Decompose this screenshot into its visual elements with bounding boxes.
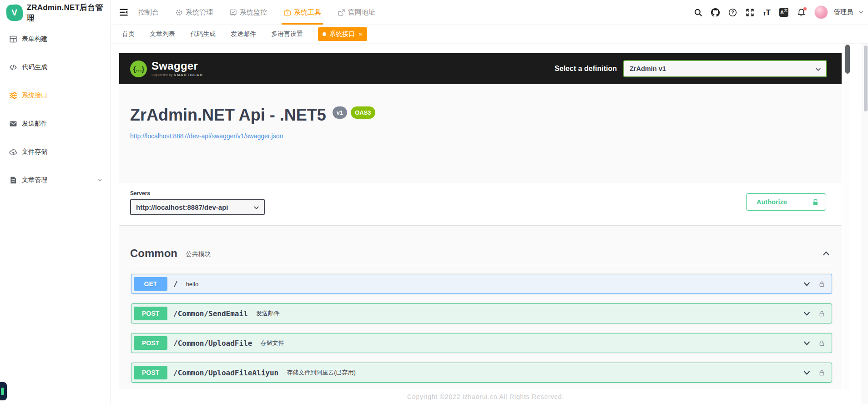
method-badge: GET: [134, 277, 167, 291]
swagger-scrollbar[interactable]: [844, 43, 850, 404]
help-icon[interactable]: ?: [728, 8, 737, 17]
select-definition-label: Select a definition: [555, 65, 617, 73]
tab-home[interactable]: 首页: [122, 30, 135, 38]
chevron-down-icon[interactable]: [802, 369, 811, 377]
sidebar-item-send-email[interactable]: 发送邮件: [0, 110, 110, 138]
tab-i18n[interactable]: 多语言设置: [271, 30, 303, 38]
chevron-up-icon[interactable]: [822, 249, 831, 258]
servers-label: Servers: [130, 190, 831, 197]
app-header: 控制台 系统管理 系统监控 系统工具: [111, 0, 868, 25]
monitor-icon: [229, 9, 237, 16]
tags-view-bar: 首页 文章列表 代码生成 发送邮件 多语言设置 系统接口 ×: [111, 25, 868, 43]
nav-item-system-monitor[interactable]: 系统监控: [229, 0, 267, 25]
top-navigation: 控制台 系统管理 系统监控 系统工具: [138, 0, 392, 25]
lock-icon[interactable]: [818, 310, 825, 317]
nav-item-console[interactable]: 控制台: [138, 0, 159, 25]
operation-row-send-email[interactable]: POST /Common/SendEmail 发送邮件: [131, 303, 832, 323]
app-title: ZRAdmin.NET后台管理: [27, 2, 110, 23]
operation-row-upload-file-aliyun[interactable]: POST /Common/UploadFileAliyun 存储文件到阿里云(已…: [131, 363, 832, 383]
sidebar-item-file-storage[interactable]: 文件存储: [0, 138, 110, 166]
form-grid-icon: [9, 35, 17, 43]
language-icon[interactable]: A文: [779, 8, 788, 17]
active-dot: [323, 32, 326, 36]
tab-code-gen[interactable]: 代码生成: [190, 30, 216, 38]
definition-select-value: ZrAdmin v1: [630, 65, 666, 72]
notifications-bell-icon[interactable]: [797, 8, 806, 17]
sidebar-item-label: 文件存储: [22, 148, 47, 156]
lock-icon[interactable]: [818, 369, 825, 376]
swagger-brand-text: Swagger Supported by SMARTBEAR: [151, 61, 203, 77]
page-scrollbar[interactable]: [863, 43, 868, 404]
app-logo: V: [6, 4, 23, 21]
swagger-brand-subtitle: Supported by SMARTBEAR: [151, 73, 203, 77]
document-icon: [9, 176, 17, 184]
sidebar-item-system-api[interactable]: 系统接口: [0, 81, 110, 110]
swagger-brand[interactable]: {…} Swagger Supported by SMARTBEAR: [130, 61, 203, 77]
sidebar-item-article-manage[interactable]: 文章管理: [0, 166, 110, 194]
svg-text:?: ?: [731, 10, 734, 15]
chevron-down-icon[interactable]: [802, 339, 811, 348]
definition-selector: Select a definition ZrAdmin v1: [555, 60, 827, 77]
scheme-container: Servers http://localhost:8887/dev-api Au…: [119, 183, 842, 225]
operation-summary: hello: [186, 281, 198, 288]
nav-item-label: 系统工具: [294, 8, 321, 17]
sidebar-item-code-gen[interactable]: 代码生成: [0, 53, 110, 81]
server-select[interactable]: http://localhost:8887/dev-api: [130, 199, 265, 215]
username[interactable]: 管理员: [834, 8, 853, 16]
server-select-value: http://localhost:8887/dev-api: [136, 203, 228, 211]
sidebar-item-label: 代码生成: [22, 63, 47, 71]
spec-url-link[interactable]: http://localhost:8887/dev-api/swagger/v1…: [130, 132, 283, 140]
tab-system-api-active[interactable]: 系统接口 ×: [318, 27, 367, 41]
code-icon: [9, 63, 17, 71]
cloud-upload-icon: [9, 148, 17, 156]
section-common-header[interactable]: Common 公共模块: [130, 242, 832, 265]
swagger-brand-name: Swagger: [151, 61, 203, 71]
authorize-label: Authorize: [757, 198, 787, 206]
nav-item-system-tools[interactable]: 系统工具: [283, 0, 321, 25]
chevron-down-icon[interactable]: [802, 280, 811, 288]
envelope-icon: [9, 120, 17, 128]
swagger-body: ZrAdmin.NET Api - .NET5 v1 OAS3 http://l…: [119, 84, 842, 389]
github-icon[interactable]: [711, 8, 720, 17]
sidebar-item-form-build[interactable]: 表单构建: [0, 25, 110, 53]
scrollbar-thumb[interactable]: [864, 45, 868, 111]
sidebar-item-label: 文章管理: [22, 176, 47, 184]
tab-send-email[interactable]: 发送邮件: [231, 30, 256, 38]
sidebar-item-label: 发送邮件: [22, 120, 47, 128]
close-tab-icon[interactable]: ×: [358, 30, 363, 37]
chevron-down-icon: [96, 177, 103, 183]
nav-item-website[interactable]: 官网地址: [338, 0, 375, 25]
operation-row-upload-file[interactable]: POST /Common/UploadFile 存储文件: [131, 333, 832, 353]
lock-icon[interactable]: [818, 340, 825, 347]
font-size-icon[interactable]: TT: [763, 9, 771, 16]
section-subtitle: 公共模块: [186, 250, 211, 258]
smartbear-label: SMARTBEAR: [174, 73, 203, 77]
operation-row-get-hello[interactable]: GET / hello: [131, 274, 832, 294]
app-logo-row[interactable]: V ZRAdmin.NET后台管理: [0, 0, 110, 25]
nav-item-system-manage[interactable]: 系统管理: [175, 0, 213, 25]
devtools-toggle-widget[interactable]: [0, 382, 7, 400]
tab-article-list[interactable]: 文章列表: [150, 30, 175, 38]
section-title: Common: [130, 247, 177, 260]
chevron-down-icon: [815, 66, 822, 73]
fullscreen-icon[interactable]: [746, 8, 754, 17]
chevron-down-icon[interactable]: [858, 9, 864, 15]
definition-select[interactable]: ZrAdmin v1: [623, 60, 827, 77]
unlock-icon: [812, 198, 819, 206]
method-badge: POST: [134, 336, 167, 350]
nav-item-label: 系统管理: [186, 8, 213, 17]
version-badge: v1: [333, 106, 347, 119]
operation-path: /Common/UploadFile: [173, 339, 252, 348]
avatar[interactable]: [814, 5, 828, 19]
briefcase-icon: [283, 9, 291, 16]
collapse-sidebar-icon[interactable]: [119, 8, 128, 17]
scrollbar-thumb[interactable]: [845, 45, 850, 74]
notification-dot: [803, 7, 807, 10]
chevron-down-icon[interactable]: [802, 309, 811, 318]
authorize-button[interactable]: Authorize: [746, 193, 826, 211]
operation-path: /: [173, 280, 178, 288]
sidebar-item-label: 表单构建: [22, 35, 47, 43]
search-icon[interactable]: [694, 8, 702, 17]
lock-icon[interactable]: [818, 281, 825, 288]
swagger-ui: {…} Swagger Supported by SMARTBEAR Selec…: [119, 43, 842, 389]
